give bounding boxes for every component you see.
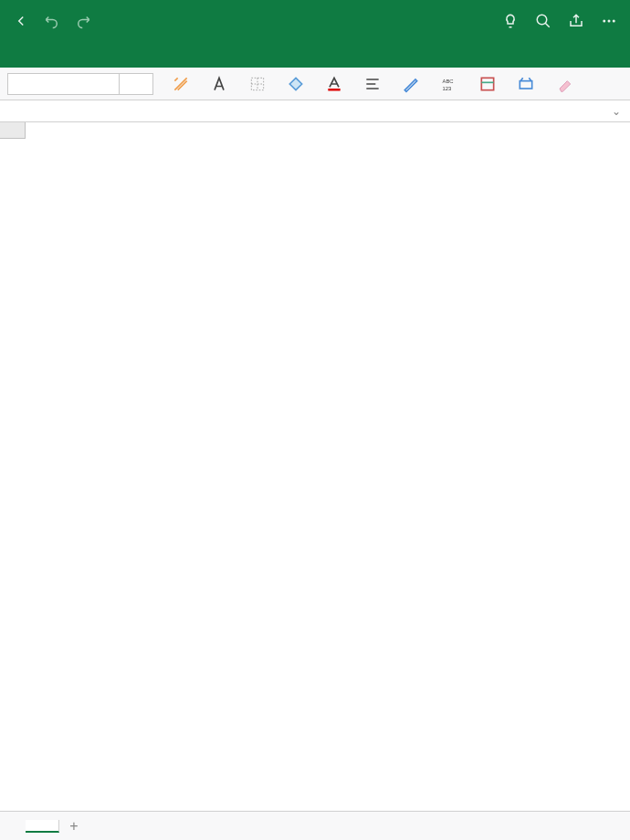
svg-rect-5 xyxy=(328,89,340,91)
share-icon[interactable] xyxy=(568,13,584,29)
select-all-corner[interactable] xyxy=(0,122,26,139)
svg-text:ABC: ABC xyxy=(443,79,454,84)
cell-format-icon[interactable] xyxy=(477,73,499,95)
fill-color-icon[interactable] xyxy=(285,73,307,95)
add-sheet-button[interactable]: + xyxy=(59,818,89,835)
svg-text:123: 123 xyxy=(443,85,452,90)
search-icon[interactable] xyxy=(535,13,551,29)
align-icon[interactable] xyxy=(362,73,383,95)
font-size[interactable] xyxy=(120,74,152,94)
font-style-icon[interactable] xyxy=(208,73,230,95)
font-name[interactable] xyxy=(8,74,120,94)
more-icon[interactable] xyxy=(601,13,617,29)
chevron-down-icon[interactable]: ⌄ xyxy=(612,105,621,118)
highlight-icon[interactable] xyxy=(400,73,422,95)
formula-bar[interactable]: ⌄ xyxy=(0,100,630,122)
svg-point-0 xyxy=(537,15,547,25)
font-selector[interactable] xyxy=(7,73,153,95)
svg-rect-8 xyxy=(481,78,493,89)
eraser-icon[interactable] xyxy=(553,73,575,95)
borders-icon[interactable] xyxy=(247,73,268,95)
svg-point-1 xyxy=(603,20,605,23)
sheet-tab-bar: + xyxy=(0,811,630,840)
back-icon[interactable] xyxy=(13,13,29,29)
ribbon: ABC123 xyxy=(0,68,630,100)
insert-cells-icon[interactable] xyxy=(515,73,537,95)
sheet-tab-sample[interactable] xyxy=(26,820,59,833)
redo-icon[interactable] xyxy=(75,13,91,29)
ribbon-tabs xyxy=(0,42,630,68)
font-color-icon[interactable] xyxy=(323,73,345,95)
undo-icon[interactable] xyxy=(44,13,60,29)
lightbulb-icon[interactable] xyxy=(502,13,519,29)
svg-point-3 xyxy=(613,20,615,23)
clear-formatting-icon[interactable] xyxy=(170,73,192,95)
svg-rect-9 xyxy=(520,80,531,88)
svg-point-2 xyxy=(608,20,611,23)
title-bar xyxy=(0,0,630,42)
number-format-icon[interactable]: ABC123 xyxy=(438,73,460,95)
